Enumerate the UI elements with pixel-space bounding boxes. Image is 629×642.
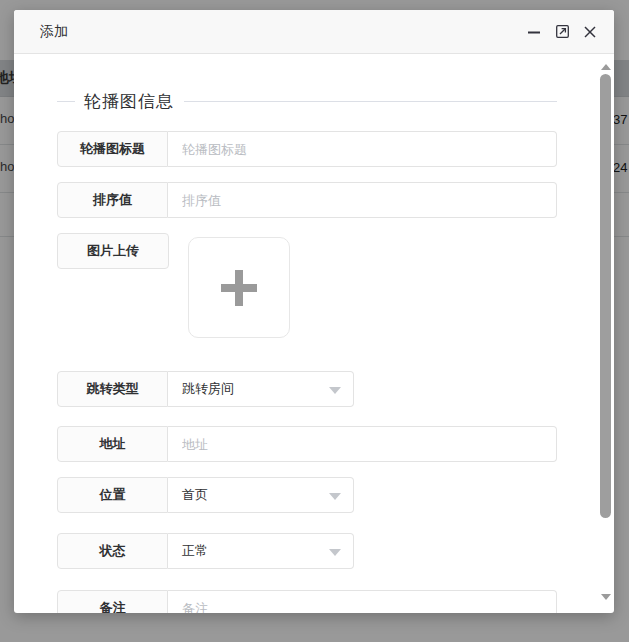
caret-down-icon — [329, 549, 341, 556]
field-label: 状态 — [57, 533, 168, 569]
form-row-jump-type: 跳转类型 跳转房间 — [57, 371, 557, 407]
field-label: 图片上传 — [57, 233, 169, 269]
expand-icon[interactable] — [552, 22, 572, 42]
field-label: 备注 — [57, 590, 168, 613]
scroll-down-icon[interactable] — [601, 594, 611, 600]
field-label: 排序值 — [57, 182, 168, 218]
caret-down-icon — [329, 387, 341, 394]
form-row-carousel-title: 轮播图标题 — [57, 131, 557, 167]
dialog-title: 添加 — [40, 23, 68, 41]
minimize-icon[interactable] — [524, 22, 544, 42]
image-upload-dropzone[interactable] — [188, 237, 290, 338]
close-icon[interactable] — [580, 22, 600, 42]
select-value: 跳转房间 — [182, 380, 234, 398]
jump-type-select[interactable]: 跳转房间 — [168, 371, 354, 407]
select-value: 正常 — [182, 542, 208, 560]
field-label: 跳转类型 — [57, 371, 168, 407]
form-row-address: 地址 — [57, 426, 557, 462]
divider-line — [57, 101, 75, 102]
dialog-scrollbar[interactable] — [599, 54, 612, 613]
window-controls — [524, 22, 600, 42]
field-label: 地址 — [57, 426, 168, 462]
sort-value-input[interactable] — [168, 182, 557, 218]
remark-input[interactable] — [168, 590, 557, 613]
position-select[interactable]: 首页 — [168, 477, 354, 513]
status-select[interactable]: 正常 — [168, 533, 354, 569]
form-row-sort-value: 排序值 — [57, 182, 557, 218]
caret-down-icon — [329, 493, 341, 500]
field-label: 位置 — [57, 477, 168, 513]
scrollbar-thumb[interactable] — [600, 74, 611, 518]
form-row-status: 状态 正常 — [57, 533, 557, 569]
scroll-up-icon[interactable] — [601, 64, 611, 70]
divider-line — [184, 101, 557, 102]
section-title: 轮播图信息 — [84, 90, 174, 113]
dialog-header: 添加 — [14, 10, 614, 54]
field-label: 轮播图标题 — [57, 131, 168, 167]
address-input[interactable] — [168, 426, 557, 462]
add-dialog: 添加 轮播图信息 — [14, 10, 614, 613]
form-row-remark: 备注 — [57, 590, 557, 613]
plus-icon — [221, 270, 257, 306]
section-divider: 轮播图信息 — [57, 90, 557, 112]
form-row-position: 位置 首页 — [57, 477, 557, 513]
form-row-image-upload: 图片上传 — [57, 233, 169, 269]
carousel-title-input[interactable] — [168, 131, 557, 167]
select-value: 首页 — [182, 486, 208, 504]
